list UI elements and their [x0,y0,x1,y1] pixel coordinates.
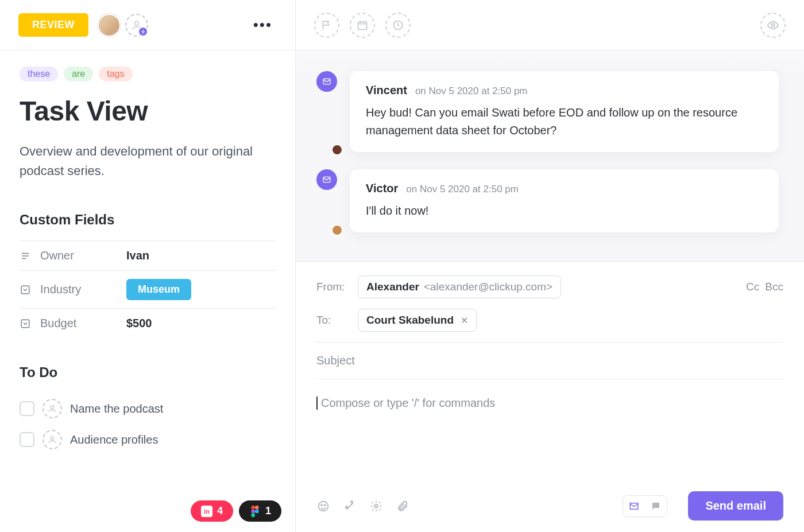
figma-icon [249,506,261,517]
svg-point-16 [321,504,322,506]
dropdown-icon [20,318,31,329]
task-title[interactable]: Task View [20,95,276,127]
custom-field-row[interactable]: IndustryMuseum [20,270,276,308]
svg-point-5 [251,506,255,510]
person-icon [48,404,57,413]
task-description[interactable]: Overview and development of our original… [20,142,276,181]
from-chip[interactable]: Alexander <alexander@clickup.com> [358,275,561,298]
message-avatar[interactable] [316,169,339,232]
text-icon [20,250,31,262]
svg-point-7 [251,509,255,513]
message-body: I'll do it now! [366,202,763,220]
message-timestamp: on Nov 5 2020 at 2:50 pm [406,184,519,195]
subject-input[interactable] [316,354,783,367]
settings-button[interactable] [369,499,383,513]
to-chip[interactable]: Court Skabelund ✕ [358,309,477,332]
attachment-badge-invision[interactable]: in4 [191,500,233,522]
todo-checkbox[interactable] [20,401,34,416]
set-date-button[interactable] [350,13,375,38]
svg-rect-2 [21,320,29,328]
tag[interactable]: these [20,67,58,81]
message-thread: Vincenton Nov 5 2020 at 2:50 pmHey bud! … [296,51,804,261]
from-row: From: Alexander <alexander@clickup.com> … [316,275,783,298]
attachment-badge-figma[interactable]: 1 [239,500,281,522]
eye-icon [767,19,779,32]
svg-point-9 [251,513,255,517]
clock-icon [392,20,404,31]
custom-field-row[interactable]: OwnerIvan [20,240,276,270]
message-bubble[interactable]: Victoron Nov 5 2020 at 2:50 pmI'll do it… [350,169,779,232]
dropdown-icon [20,284,31,296]
task-body: thesearetags Task View Overview and deve… [0,51,295,532]
svg-point-17 [324,504,326,506]
message-avatar[interactable] [316,71,339,152]
svg-point-0 [135,21,139,25]
todo-label[interactable]: Name the podcast [70,402,163,415]
message-author: Victor [366,182,398,195]
watch-button[interactable] [760,13,786,38]
track-time-button[interactable] [385,13,411,38]
person-icon [48,435,57,444]
custom-field-label: Owner [40,249,126,262]
task-header: REVIEW + ••• [0,0,295,51]
emoji-button[interactable] [316,499,330,513]
activity-header [296,0,804,51]
remove-recipient-button[interactable]: ✕ [461,315,468,326]
custom-field-label: Industry [40,283,126,296]
plus-icon: + [138,26,148,37]
todo-assignee-button[interactable] [42,430,62,449]
message-author: Vincent [366,84,407,97]
reply-mode-toggle [623,495,667,517]
attach-button[interactable] [396,499,409,513]
set-priority-button[interactable] [314,13,339,38]
custom-fields-section: Custom Fields OwnerIvanIndustryMuseumBud… [20,212,276,338]
body-input[interactable] [316,397,783,410]
custom-field-label: Budget [40,317,126,330]
body-row [316,379,783,483]
todo-label[interactable]: Audience profiles [70,433,158,446]
message-bubble[interactable]: Vincenton Nov 5 2020 at 2:50 pmHey bud! … [350,71,779,152]
from-email: <alexander@clickup.com> [424,281,552,293]
add-assignee-button[interactable]: + [125,14,148,37]
from-name: Alexander [366,281,419,293]
message: Victoron Nov 5 2020 at 2:50 pmI'll do it… [316,169,779,232]
from-label: From: [316,281,350,293]
custom-field-row[interactable]: Budget$500 [20,308,276,338]
comment-mode-button[interactable] [645,496,667,517]
email-composer: From: Alexander <alexander@clickup.com> … [296,261,804,532]
svg-point-4 [51,437,53,440]
custom-field-value[interactable]: Ivan [126,249,149,262]
svg-point-6 [255,506,259,510]
svg-point-15 [319,501,328,511]
custom-field-value[interactable]: Museum [126,279,191,300]
tag[interactable]: tags [99,67,132,81]
svg-point-3 [51,406,53,409]
email-mode-button[interactable] [623,496,645,517]
svg-rect-1 [21,286,29,294]
tag[interactable]: are [64,67,93,81]
subject-row [316,342,783,379]
svg-point-18 [374,504,378,508]
gear-icon [370,500,382,512]
custom-field-value[interactable]: $500 [126,317,152,330]
status-button[interactable]: REVIEW [18,13,88,37]
todo-heading: To Do [20,364,276,380]
activity-panel: Vincenton Nov 5 2020 at 2:50 pmHey bud! … [296,0,804,532]
to-label: To: [316,314,350,327]
bcc-button[interactable]: Bcc [765,281,783,293]
todo-item: Audience profiles [20,424,276,455]
user-avatar [331,224,343,236]
send-email-button[interactable]: Send email [688,491,783,521]
message-timestamp: on Nov 5 2020 at 2:50 pm [415,86,528,97]
more-menu-button[interactable]: ••• [253,16,277,34]
todo-checkbox[interactable] [20,432,34,447]
cc-button[interactable]: Cc [746,281,759,293]
chat-icon [651,501,661,511]
ai-button[interactable] [343,499,357,513]
sparkle-icon [343,500,356,512]
svg-point-12 [771,24,775,27]
todo-assignee-button[interactable] [42,399,62,418]
assignee-avatar[interactable] [98,14,121,37]
envelope-icon [316,71,337,92]
paperclip-icon [396,500,409,512]
